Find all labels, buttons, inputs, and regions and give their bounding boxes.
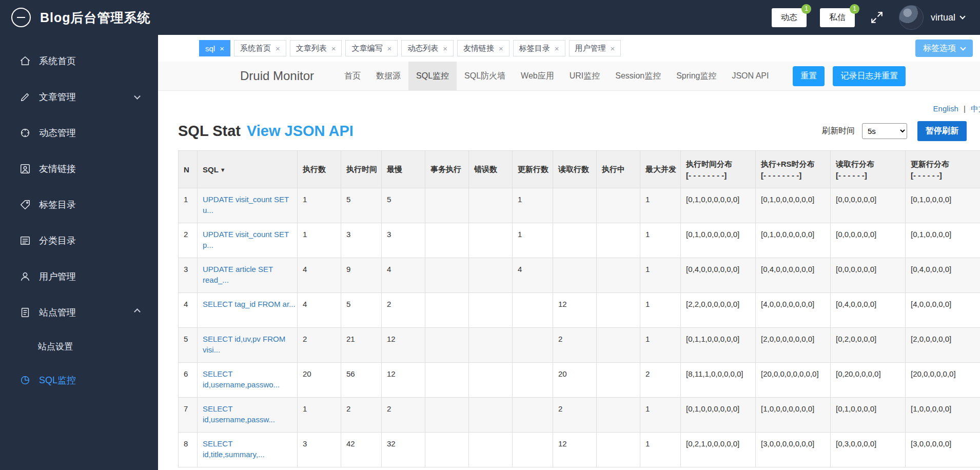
header-exec-count[interactable]: 执行数 bbox=[298, 151, 341, 188]
row-index-cell: 4 bbox=[179, 293, 198, 328]
sql-link[interactable]: UPDATE article SETread_... bbox=[203, 264, 292, 285]
sql-table-body: 1UPDATE visit_count SETu...15511[0,1,0,0… bbox=[179, 188, 980, 467]
notice-badge: 1 bbox=[801, 4, 811, 14]
username[interactable]: virtual bbox=[931, 12, 955, 23]
sidebar-item-friend-links[interactable]: 友情链接 bbox=[0, 151, 158, 187]
header-running[interactable]: 执行中 bbox=[597, 151, 640, 188]
log-and-reset-button[interactable]: 记录日志并重置 bbox=[833, 66, 906, 86]
close-tab-icon[interactable]: × bbox=[443, 45, 447, 52]
refresh-interval-select[interactable]: 5s bbox=[862, 123, 907, 139]
pause-refresh-button[interactable]: 暂停刷新 bbox=[917, 121, 967, 141]
lang-english-link[interactable]: English bbox=[933, 104, 958, 113]
reset-button[interactable]: 重置 bbox=[793, 66, 825, 86]
sidebar-item-sql-monitor[interactable]: SQL监控 bbox=[0, 362, 158, 398]
fetch-row-dist-cell: [0,0,0,0,0,0] bbox=[831, 223, 906, 258]
header-update-row-dist[interactable]: 更新行分布[- - - - - -] bbox=[906, 151, 980, 188]
druid-nav-json-api[interactable]: JSON API bbox=[724, 62, 776, 90]
druid-nav-sql-monitor[interactable]: SQL监控 bbox=[408, 62, 457, 90]
druid-nav-uri-monitor[interactable]: URI监控 bbox=[562, 62, 608, 90]
header-error-count[interactable]: 错误数 bbox=[469, 151, 513, 188]
sidebar-item-tags[interactable]: 标签目录 bbox=[0, 187, 158, 223]
druid-nav-home[interactable]: 首页 bbox=[337, 62, 368, 90]
close-tab-icon[interactable]: × bbox=[331, 45, 336, 52]
close-tab-icon[interactable]: × bbox=[555, 45, 559, 52]
sidebar-item-users[interactable]: 用户管理 bbox=[0, 259, 158, 295]
tab-tag-directory[interactable]: 标签目录 × bbox=[513, 40, 565, 56]
header-sql[interactable]: SQL▼ bbox=[198, 151, 298, 188]
sql-link[interactable]: UPDATE visit_count SETu... bbox=[203, 194, 292, 216]
fullscreen-icon[interactable] bbox=[870, 11, 884, 24]
header-exec-time-dist[interactable]: 执行时间分布[- - - - - - - -] bbox=[681, 151, 756, 188]
close-tab-icon[interactable]: × bbox=[387, 45, 391, 52]
refresh-controls: 刷新时间 5s 暂停刷新 bbox=[822, 121, 967, 141]
tx-exec-cell bbox=[425, 398, 469, 433]
druid-nav-sql-firewall[interactable]: SQL防火墙 bbox=[457, 62, 513, 90]
druid-nav-webapp[interactable]: Web应用 bbox=[513, 62, 562, 90]
sql-link[interactable]: SELECTid,username,passw... bbox=[203, 403, 292, 425]
chevron-down-icon[interactable] bbox=[959, 13, 965, 19]
tab-home[interactable]: 系统首页 × bbox=[234, 40, 286, 56]
sql-link[interactable]: SELECTid,title,summary,... bbox=[203, 438, 292, 460]
sidebar-item-dynamics[interactable]: 动态管理 bbox=[0, 115, 158, 151]
header-slowest[interactable]: 最慢 bbox=[382, 151, 425, 188]
fetch-row-dist-cell: [0,20,0,0,0,0] bbox=[831, 363, 906, 398]
avatar[interactable] bbox=[899, 5, 924, 30]
sidebar-item-label: 用户管理 bbox=[39, 270, 76, 283]
header-fetch-rows[interactable]: 读取行数 bbox=[553, 151, 597, 188]
close-tab-icon[interactable]: × bbox=[220, 45, 224, 52]
slowest-cell: 5 bbox=[382, 188, 425, 223]
error-count-cell bbox=[469, 398, 513, 433]
tab-sql[interactable]: sql × bbox=[199, 40, 230, 56]
lang-chinese-link[interactable]: 中文 bbox=[971, 104, 980, 113]
max-concurrent-cell: 1 bbox=[640, 433, 681, 467]
exec-rs-dist-cell: [2,0,0,0,0,0,0,0] bbox=[756, 328, 831, 363]
fetch-row-dist-cell: [0,0,0,0,0,0] bbox=[831, 188, 906, 223]
druid-nav-spring-monitor[interactable]: Spring监控 bbox=[669, 62, 724, 90]
sidebar-item-articles[interactable]: 文章管理 bbox=[0, 79, 158, 115]
stat-header: SQL Stat View JSON API 刷新时间 5s 暂停刷新 bbox=[178, 121, 967, 141]
update-row-dist-cell: [0,1,0,0,0,0] bbox=[906, 223, 980, 258]
header-tx-exec[interactable]: 事务执行 bbox=[425, 151, 469, 188]
sidebar-item-categories[interactable]: 分类目录 bbox=[0, 223, 158, 259]
tab-user-management[interactable]: 用户管理 × bbox=[569, 40, 621, 56]
sidebar-item-label: 友情链接 bbox=[39, 163, 76, 175]
close-tab-icon[interactable]: × bbox=[499, 45, 503, 52]
tab-label: 标签目录 bbox=[519, 44, 550, 53]
tx-exec-cell bbox=[425, 223, 469, 258]
slowest-cell: 4 bbox=[382, 258, 425, 293]
druid-nav-session-monitor[interactable]: Session监控 bbox=[607, 62, 669, 90]
close-tab-icon[interactable]: × bbox=[276, 45, 280, 52]
view-json-api-link[interactable]: View JSON API bbox=[247, 123, 354, 140]
tab-article-edit[interactable]: 文章编写 × bbox=[345, 40, 398, 56]
sql-link[interactable]: SELECT id,uv,pv FROMvisi... bbox=[203, 334, 292, 355]
exec-time-cell: 5 bbox=[341, 188, 382, 223]
druid-nav-datasource[interactable]: 数据源 bbox=[368, 62, 408, 90]
exec-count-cell: 1 bbox=[298, 398, 341, 433]
sidebar-item-label: 标签目录 bbox=[39, 199, 76, 211]
sql-link[interactable]: UPDATE visit_count SETp... bbox=[203, 229, 292, 250]
sidebar-item-site-settings[interactable]: 站点设置 bbox=[0, 330, 158, 362]
tab-friend-links[interactable]: 友情链接 × bbox=[457, 40, 509, 56]
tab-article-list[interactable]: 文章列表 × bbox=[290, 40, 342, 56]
exec-count-cell: 1 bbox=[298, 188, 341, 223]
sidebar-item-home[interactable]: 系统首页 bbox=[0, 43, 158, 79]
lang-separator: | bbox=[964, 104, 966, 113]
exec-time-dist-cell: [0,1,0,0,0,0,0,0] bbox=[681, 398, 756, 433]
sql-link[interactable]: SELECT tag_id FROM ar... bbox=[203, 299, 292, 309]
sql-link[interactable]: SELECTid,username,passwo... bbox=[203, 368, 292, 390]
tab-dynamic-list[interactable]: 动态列表 × bbox=[401, 40, 454, 56]
slowest-cell: 2 bbox=[382, 293, 425, 328]
collapse-menu-button[interactable] bbox=[11, 8, 31, 27]
exec-time-cell: 9 bbox=[341, 258, 382, 293]
close-tab-icon[interactable]: × bbox=[611, 45, 615, 52]
header-fetch-row-dist[interactable]: 读取行分布[- - - - - -] bbox=[831, 151, 906, 188]
sidebar-item-site-management[interactable]: 站点管理 bbox=[0, 295, 158, 330]
exec-count-cell: 1 bbox=[298, 223, 341, 258]
header-exec-rs-dist[interactable]: 执行+RS时分布[- - - - - - - -] bbox=[756, 151, 831, 188]
tag-options-button[interactable]: 标签选项 bbox=[915, 40, 973, 57]
header-n[interactable]: N bbox=[179, 151, 198, 188]
header-exec-time[interactable]: 执行时间 bbox=[341, 151, 382, 188]
header-max-concurrent[interactable]: 最大并发 bbox=[640, 151, 681, 188]
exec-rs-dist-cell: [0,4,0,0,0,0,0,0] bbox=[756, 258, 831, 293]
header-update-rows[interactable]: 更新行数 bbox=[513, 151, 553, 188]
